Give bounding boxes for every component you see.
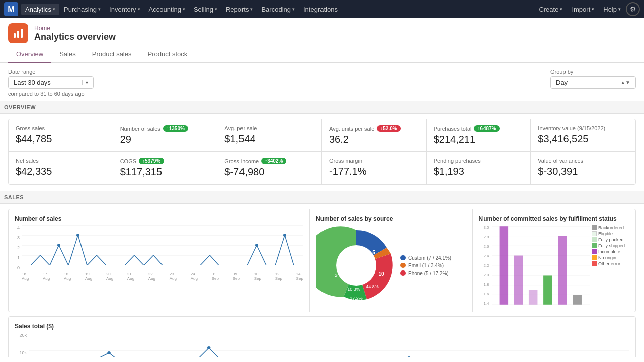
number-of-sales-chart: Number of sales 43210 [9,209,310,312]
badge-3402: ↑3402% [261,158,286,164]
svg-text:44.8%: 44.8% [366,284,379,289]
app-logo[interactable]: M [4,2,18,16]
svg-rect-4 [21,29,23,38]
nav-right: Create ▾ Import ▾ Help ▾ ⚙ [535,2,640,16]
svg-rect-2 [14,33,16,38]
metric-label: Gross sales [16,125,106,131]
date-range-filter: Date range Last 30 days ▾ compared to 31… [8,69,94,97]
chart-title: Number of committed sales by fulfillment… [479,215,630,222]
svg-point-43 [407,356,411,357]
svg-point-11 [283,234,286,237]
charts-row: Number of sales 43210 [8,209,636,312]
nav-item-inventory[interactable]: Inventory ▾ [105,4,144,15]
overview-section-header: OVERVIEW [0,101,644,114]
metric-label: COGS ↑5379% [120,158,210,164]
svg-point-14 [336,245,376,286]
chart-title: Number of sales by source [316,215,466,222]
sales-line-chart-svg [29,333,629,357]
import-button[interactable]: Import ▾ [568,4,598,15]
metric-value: 36.2 [329,134,419,145]
svg-text:M: M [8,5,14,14]
chart-title: Sales total ($) [15,323,629,330]
metric-cell-num-sales: Number of sales ↑1350% 29 [113,119,218,152]
caret-icon: ▾ [250,7,253,12]
svg-rect-32 [499,226,508,305]
tabs-container: Overview Sales Product sales Product sto… [0,46,644,63]
caret-icon: ▾ [98,7,101,12]
svg-point-12 [57,244,60,247]
metric-cell-purchases: Purchases total ↑6487% $214,211 [427,119,531,152]
svg-rect-36 [558,236,567,305]
metric-value: $117,315 [120,166,210,178]
page-title: Analytics overview [34,32,116,42]
metric-cell-variances: Value of variances $-30,391 [531,152,635,184]
nav-item-selling[interactable]: Selling ▾ [190,4,221,15]
nav-item-reports[interactable]: Reports ▾ [222,4,257,15]
tab-overview[interactable]: Overview [8,46,51,63]
donut-legend: Custom (7 / 24.1%) Email (1 / 3.4%) Phon… [400,255,451,276]
badge-52: ↓52.0% [377,125,400,132]
caret-icon: ▾ [215,7,217,12]
metric-cell-pending: Pending purchases $1,193 [427,152,531,184]
metric-value: $214,211 [434,134,524,145]
svg-rect-33 [514,256,523,305]
badge-5379: ↑5379% [139,158,164,164]
nav-item-accounting[interactable]: Accounting ▾ [145,4,189,15]
date-range-label: Date range [8,69,94,75]
tab-sales[interactable]: Sales [51,46,84,63]
line-chart-svg [22,225,303,265]
breadcrumb[interactable]: Home [34,25,116,32]
nav-item-analytics[interactable]: Analytics ▾ [21,4,59,15]
metric-value: $1,544 [224,133,314,145]
svg-rect-35 [543,275,552,304]
group-by-value: Day [556,79,614,86]
svg-text:7: 7 [340,266,343,272]
metric-cell-gross-sales: Gross sales $44,785 [9,119,113,152]
app-icon [8,23,28,43]
create-button[interactable]: Create ▾ [535,4,567,15]
date-range-select[interactable]: Last 30 days ▾ [8,76,94,89]
svg-point-42 [207,346,211,349]
metric-value: $-30,391 [538,166,628,177]
help-button[interactable]: Help ▾ [599,4,625,15]
metric-value: $42,335 [16,166,106,177]
svg-rect-37 [573,295,582,304]
svg-text:17.2%: 17.2% [350,296,363,301]
sales-total-chart: Sales total ($) 20k10k0k 16 Aug19 Aug22 … [8,316,636,357]
bar-chart-svg [492,225,590,306]
svg-rect-34 [528,290,537,305]
svg-text:5: 5 [372,250,375,255]
svg-text:10.3%: 10.3% [347,287,360,292]
group-by-select[interactable]: Day ▲▼ [550,76,636,89]
caret-icon: ▾ [292,7,295,12]
metric-label: Value of variances [538,158,628,164]
tab-product-sales[interactable]: Product sales [84,46,140,63]
line-chart-area: 43210 [15,225,303,281]
metric-cell-avg-per-sale: Avg. per sale $1,544 [217,119,322,152]
compare-text: compared to 31 to 60 days ago [8,90,94,97]
caret-icon: ▾ [618,7,621,12]
svg-point-41 [107,351,111,354]
chart-title: Number of sales [15,215,303,222]
metric-value: $-74,980 [224,166,314,178]
sales-section-header: SALES [0,191,644,204]
svg-rect-3 [17,31,19,38]
nav-item-integrations[interactable]: Integrations [299,4,342,15]
caret-icon: ▾ [138,7,140,12]
metric-value: 29 [120,134,210,145]
filters-row: Date range Last 30 days ▾ compared to 31… [8,69,636,97]
badge-1350: ↑1350% [163,125,188,132]
badge-6487: ↑6487% [474,125,499,132]
settings-button[interactable]: ⚙ [626,2,640,16]
metric-label: Number of sales ↑1350% [120,125,210,132]
tab-product-stock[interactable]: Product stock [139,46,195,63]
nav-item-barcoding[interactable]: Barcoding ▾ [257,4,299,15]
nav-item-purchasing[interactable]: Purchasing ▾ [60,4,105,15]
metric-value: $3,416,525 [538,133,628,145]
donut-chart-svg: 3 10.3% 7 24.1% 10 44.8% 5 17.2% [316,225,396,306]
metric-value: $44,785 [16,133,106,145]
legend-item: Custom (7 / 24.1%) [400,255,451,261]
metric-cell-cogs: COGS ↑5379% $117,315 [113,152,218,184]
caret-icon: ▾ [183,7,185,12]
metric-value: $1,193 [434,166,524,177]
